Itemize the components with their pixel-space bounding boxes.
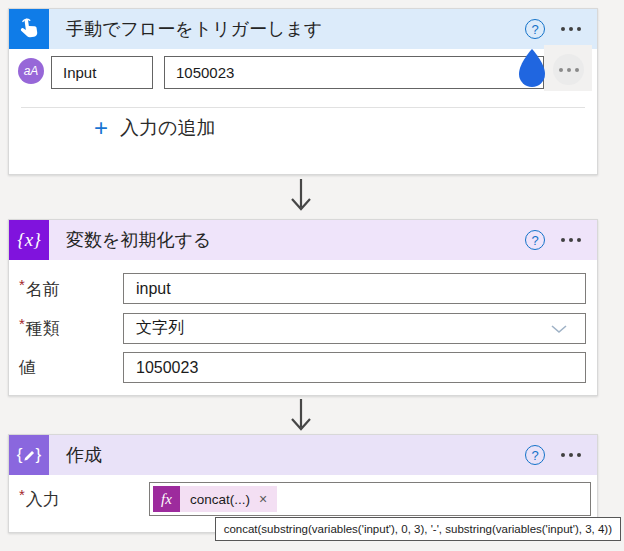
field-label-input: * 入力 (19, 488, 60, 511)
compose-icon: { } (9, 435, 49, 475)
close-icon[interactable]: × (259, 492, 267, 506)
required-marker: * (19, 276, 25, 301)
expression-chip[interactable]: fx concat(...) × (153, 486, 277, 512)
flow-connector-arrow (290, 179, 312, 216)
field-label-value: 値 (19, 356, 36, 379)
compose-card-header[interactable]: { } 作成 ? (9, 435, 597, 475)
required-marker: * (19, 315, 25, 340)
variable-card-title: 変数を初期化する (66, 228, 211, 252)
trigger-card[interactable]: 手動でフローをトリガーします ? aA + 入力の追加 (8, 8, 598, 175)
plus-icon: + (94, 116, 108, 140)
text-input-type-icon: aA (18, 58, 44, 84)
trigger-input-value-field[interactable] (164, 56, 544, 89)
help-icon[interactable]: ? (525, 445, 545, 465)
expression-tooltip: concat(substring(variables('input'), 0, … (215, 517, 621, 541)
add-input-label: 入力の追加 (120, 115, 215, 141)
manual-trigger-icon (9, 9, 49, 49)
required-marker: * (19, 486, 25, 511)
compose-input-field[interactable]: fx concat(...) × (149, 482, 591, 516)
trigger-card-header[interactable]: 手動でフローをトリガーします ? (9, 9, 597, 49)
variable-type-selected-value: 文字列 (136, 318, 184, 339)
more-options-icon[interactable] (559, 449, 583, 461)
more-options-icon[interactable] (559, 234, 583, 246)
variable-value-field[interactable] (123, 352, 586, 383)
trigger-card-title: 手動でフローをトリガーします (66, 17, 322, 41)
variable-type-dropdown[interactable]: 文字列 (123, 313, 586, 344)
ellipsis-icon (557, 64, 581, 76)
help-icon[interactable]: ? (525, 19, 545, 39)
help-icon[interactable]: ? (525, 230, 545, 250)
variable-icon: {x} (9, 220, 49, 260)
field-label-name: * 名前 (19, 278, 60, 301)
trigger-input-name-field[interactable] (51, 56, 153, 89)
expression-chip-label: concat(...) (190, 492, 250, 507)
variable-card-header[interactable]: {x} 変数を初期化する ? (9, 220, 597, 260)
fx-function-icon: fx (153, 486, 180, 512)
initialize-variable-card[interactable]: {x} 変数を初期化する ? * 名前 * 種類 文字列 値 (8, 219, 598, 396)
pencil-icon (23, 449, 36, 462)
input-row-more-button[interactable] (553, 54, 584, 85)
compose-card-title: 作成 (66, 443, 102, 467)
more-options-icon[interactable] (559, 23, 583, 35)
variable-name-field[interactable] (123, 273, 586, 304)
flow-designer-canvas: 手動でフローをトリガーします ? aA + 入力の追加 {x} 変数を初期化する (0, 0, 624, 551)
card-divider (21, 107, 585, 108)
add-input-button[interactable]: + 入力の追加 (94, 110, 215, 146)
text-selection-drop-handle[interactable] (515, 48, 549, 94)
flow-connector-arrow (290, 399, 312, 436)
chevron-down-icon (551, 324, 567, 334)
field-label-type: * 種類 (19, 317, 60, 340)
